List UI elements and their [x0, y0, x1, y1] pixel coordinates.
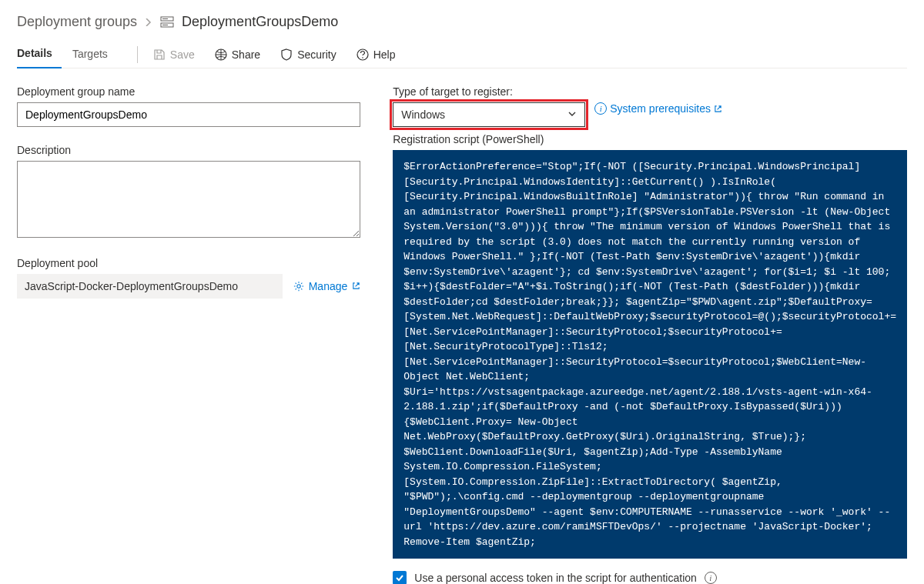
gear-icon	[293, 281, 304, 292]
name-input[interactable]	[17, 102, 360, 127]
pool-label: Deployment pool	[17, 257, 360, 269]
security-button[interactable]: Security	[274, 45, 343, 64]
description-label: Description	[17, 144, 360, 156]
save-label: Save	[170, 48, 195, 61]
script-label: Registration script (PowerShell)	[393, 133, 907, 145]
chevron-right-icon	[145, 16, 152, 28]
breadcrumb-root[interactable]: Deployment groups	[17, 14, 137, 30]
help-button[interactable]: Help	[350, 45, 402, 64]
description-input[interactable]	[17, 161, 360, 238]
external-link-icon	[714, 105, 722, 113]
server-group-icon	[160, 15, 174, 29]
name-label: Deployment group name	[17, 85, 360, 98]
share-label: Share	[232, 48, 260, 61]
target-type-dropdown[interactable]: Windows	[393, 102, 585, 127]
manage-link[interactable]: Manage	[293, 280, 361, 292]
pool-value: JavaScript-Docker-DeploymentGroupsDemo	[17, 274, 283, 299]
breadcrumb-current: DeploymentGroupsDemo	[182, 14, 338, 30]
system-prerequisites-link[interactable]: i System prerequisites	[594, 102, 722, 115]
shield-icon	[280, 48, 293, 61]
security-label: Security	[297, 48, 336, 61]
pat-label: Use a personal access token in the scrip…	[414, 572, 697, 584]
help-label: Help	[373, 48, 396, 61]
tab-details[interactable]: Details	[17, 41, 62, 68]
info-icon[interactable]: i	[705, 572, 717, 584]
chevron-down-icon	[567, 108, 577, 121]
check-icon	[395, 573, 404, 582]
manage-label: Manage	[309, 280, 348, 292]
toolbar: Details Targets Save Share Security Help	[17, 41, 907, 68]
svg-point-5	[362, 57, 363, 58]
share-icon	[215, 48, 227, 61]
pat-checkbox[interactable]	[393, 571, 407, 584]
divider	[137, 46, 138, 63]
prereq-label: System prerequisites	[610, 102, 711, 115]
target-type-value: Windows	[401, 108, 445, 121]
external-link-icon	[352, 280, 360, 292]
svg-point-6	[297, 285, 300, 288]
tab-targets[interactable]: Targets	[72, 42, 117, 68]
save-icon	[153, 48, 166, 61]
share-button[interactable]: Share	[209, 45, 266, 64]
save-button: Save	[147, 45, 201, 64]
help-icon	[357, 48, 369, 61]
registration-script[interactable]: $ErrorActionPreference="Stop";If(-NOT ([…	[393, 150, 907, 559]
type-label: Type of target to register:	[393, 85, 907, 98]
breadcrumb: Deployment groups DeploymentGroupsDemo	[17, 14, 907, 30]
